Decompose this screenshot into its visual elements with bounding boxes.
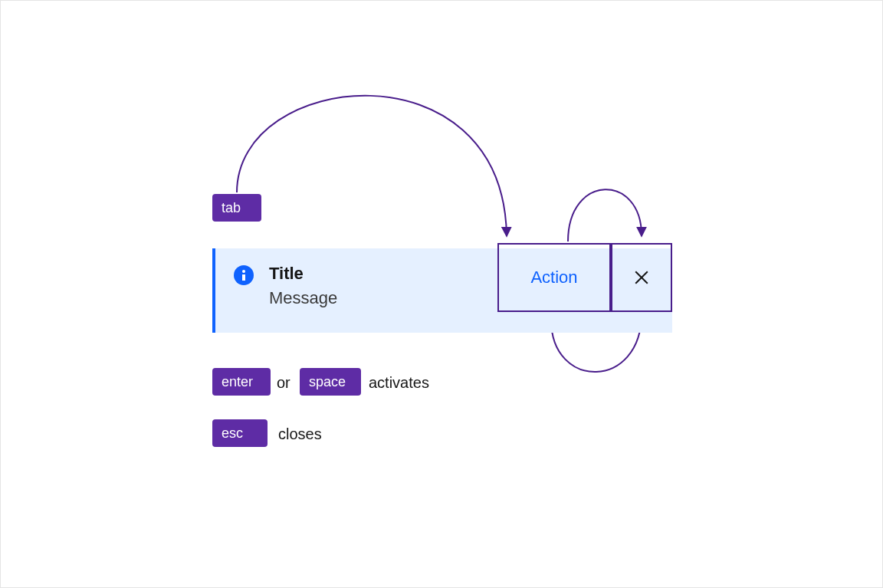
- key-space: space: [300, 368, 361, 396]
- action-label: Action: [530, 268, 577, 287]
- hint-or: or: [277, 374, 291, 392]
- close-button[interactable]: [611, 243, 672, 312]
- key-enter: enter: [212, 368, 271, 396]
- key-space-label: space: [309, 375, 346, 389]
- notification-title: Title: [269, 264, 337, 284]
- close-icon: [634, 270, 649, 285]
- key-esc: esc: [212, 419, 268, 447]
- key-esc-label: esc: [222, 426, 243, 440]
- action-button[interactable]: Action: [497, 243, 611, 312]
- key-tab-label: tab: [222, 201, 241, 215]
- hint-closes: closes: [278, 425, 322, 443]
- key-enter-label: enter: [222, 375, 253, 389]
- hint-activates: activates: [369, 374, 429, 392]
- info-icon: [234, 265, 254, 285]
- key-tab: tab: [212, 194, 261, 222]
- notification-message: Message: [269, 288, 337, 308]
- diagram-canvas: tab Title Message Action enter or space …: [0, 0, 883, 588]
- notification-text: Title Message: [269, 264, 337, 308]
